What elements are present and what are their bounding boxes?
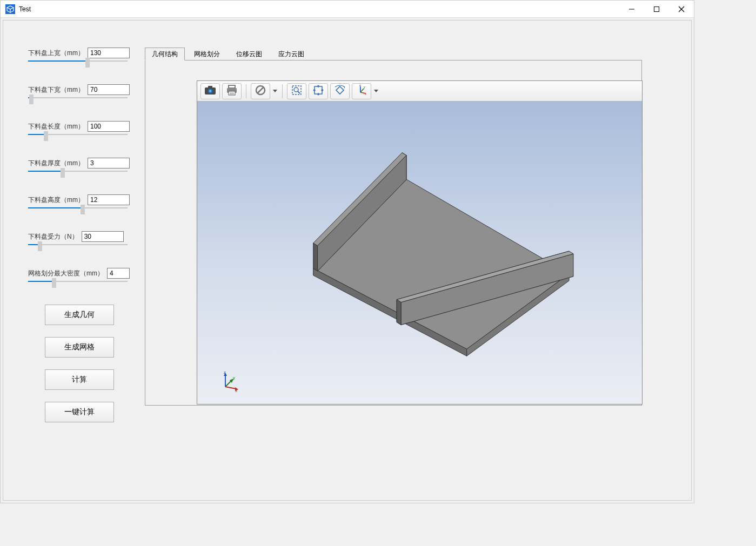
axis-gizmo: z y x — [219, 370, 240, 392]
print-icon — [226, 85, 238, 98]
svg-text:z: z — [359, 85, 361, 87]
action-buttons-group: 生成几何 生成网格 计算 一键计算 — [28, 305, 131, 422]
parameter-sidebar: 下料盘上宽（mm） 下料盘下宽（mm） 下料盘长度（mm） — [28, 48, 131, 434]
param-input-top-width[interactable] — [88, 48, 130, 58]
param-input-mesh-density[interactable] — [107, 268, 130, 279]
param-label: 下料盘受力（N） — [28, 232, 78, 241]
fit-view-button[interactable] — [309, 83, 328, 99]
camera-icon — [204, 85, 216, 97]
toolbar-separator — [282, 84, 283, 98]
window-controls — [619, 1, 694, 18]
titlebar: Test — [1, 1, 694, 18]
param-input-thickness[interactable] — [88, 158, 130, 168]
app-icon — [5, 4, 16, 15]
tab-displacement[interactable]: 位移云图 — [229, 48, 269, 60]
slider-height[interactable] — [28, 207, 128, 208]
screenshot-button[interactable] — [200, 83, 220, 99]
close-button[interactable] — [669, 1, 694, 18]
maximize-button[interactable] — [644, 1, 669, 18]
param-input-height[interactable] — [88, 194, 130, 205]
param-force: 下料盘受力（N） — [28, 231, 131, 245]
generate-geometry-button[interactable]: 生成几何 — [45, 305, 114, 325]
print-button[interactable] — [222, 83, 242, 99]
tab-mesh[interactable]: 网格划分 — [187, 48, 227, 60]
slider-length[interactable] — [28, 134, 128, 135]
svg-marker-32 — [313, 243, 318, 271]
chevron-down-icon — [374, 90, 378, 92]
param-input-length[interactable] — [88, 121, 130, 132]
calculate-button[interactable]: 计算 — [45, 369, 114, 390]
viewer-area: 几何结构 网格划分 位移云图 应力云图 — [145, 48, 643, 426]
view-mode-dropdown[interactable] — [272, 90, 278, 92]
svg-line-23 — [360, 89, 364, 92]
slider-force[interactable] — [28, 244, 128, 245]
param-bottom-width: 下料盘下宽（mm） — [28, 84, 131, 98]
param-label: 下料盘上宽（mm） — [28, 49, 84, 58]
app-window: Test 下料盘上宽（mm） 下料盘下宽（mm） — [0, 0, 694, 503]
tab-stress[interactable]: 应力云图 — [271, 48, 311, 60]
viewer-canvas-wrap: zyx — [197, 80, 643, 405]
svg-rect-9 — [229, 85, 235, 88]
param-label: 下料盘长度（mm） — [28, 122, 84, 131]
param-length: 下料盘长度（mm） — [28, 121, 131, 135]
geometry-tab-pane: zyx — [145, 60, 642, 406]
window-title: Test — [19, 5, 619, 13]
slider-mesh-density[interactable] — [28, 281, 128, 282]
param-input-bottom-width[interactable] — [88, 84, 130, 95]
svg-marker-20 — [336, 86, 344, 94]
param-thickness: 下料盘厚度（mm） — [28, 158, 131, 172]
svg-line-42 — [225, 387, 236, 389]
svg-text:x: x — [235, 388, 237, 392]
svg-line-18 — [298, 91, 300, 93]
rotate-icon — [334, 85, 346, 98]
param-label: 网格划分最大密度（mm） — [28, 269, 104, 278]
slider-thickness[interactable] — [28, 171, 128, 172]
inner-frame: 下料盘上宽（mm） 下料盘下宽（mm） 下料盘长度（mm） — [3, 20, 692, 501]
chevron-down-icon — [273, 90, 277, 92]
3d-viewport[interactable]: z y x — [197, 102, 642, 404]
viewer-tabs: 几何结构 网格划分 位移云图 应力云图 — [145, 48, 643, 60]
tab-geometry[interactable]: 几何结构 — [145, 48, 185, 60]
svg-text:z: z — [224, 370, 226, 375]
axis-orientation-button[interactable]: zyx — [352, 83, 371, 99]
view-mode-button[interactable] — [251, 83, 270, 99]
zoom-box-button[interactable] — [287, 83, 306, 99]
svg-point-17 — [294, 87, 298, 92]
viewer-toolbar: zyx — [197, 81, 642, 102]
fit-view-icon — [313, 85, 324, 98]
zoom-box-icon — [291, 85, 302, 98]
svg-text:y: y — [364, 85, 365, 89]
param-input-force[interactable] — [82, 231, 124, 242]
svg-point-8 — [209, 90, 211, 92]
window-body: 下料盘上宽（mm） 下料盘下宽（mm） 下料盘长度（mm） — [1, 18, 694, 503]
generate-mesh-button[interactable]: 生成网格 — [45, 337, 114, 358]
svg-text:x: x — [365, 92, 366, 96]
param-top-width: 下料盘上宽（mm） — [28, 48, 131, 62]
svg-line-15 — [257, 87, 264, 93]
svg-rect-2 — [654, 6, 659, 11]
axis-dropdown[interactable] — [373, 90, 379, 92]
minimize-button[interactable] — [619, 1, 644, 18]
slider-top-width[interactable] — [28, 60, 128, 62]
param-mesh-density: 网格划分最大密度（mm） — [28, 268, 131, 282]
svg-marker-39 — [397, 300, 401, 325]
toolbar-separator — [246, 84, 246, 98]
no-symbol-icon — [255, 85, 266, 98]
svg-rect-19 — [315, 86, 322, 94]
one-click-calculate-button[interactable]: 一键计算 — [45, 402, 114, 422]
svg-rect-6 — [208, 86, 212, 88]
slider-bottom-width[interactable] — [28, 97, 128, 98]
param-height: 下料盘高度（mm） — [28, 194, 131, 208]
param-label: 下料盘高度（mm） — [28, 196, 84, 205]
geometry-render — [197, 102, 642, 404]
axis-icon: zyx — [356, 85, 367, 98]
svg-text:y: y — [233, 375, 235, 380]
param-label: 下料盘下宽（mm） — [28, 85, 84, 95]
rotate-button[interactable] — [330, 83, 350, 99]
param-label: 下料盘厚度（mm） — [28, 159, 84, 168]
